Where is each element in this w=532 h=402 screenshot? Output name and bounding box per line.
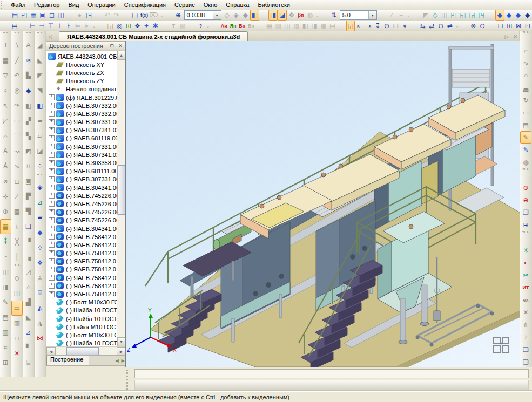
assembly-op-icon[interactable]: ◫ [283, 21, 292, 31]
expand-icon[interactable] [49, 275, 55, 281]
tool-icon[interactable]: □ [11, 331, 23, 346]
tool-icon[interactable]: ∖ [11, 38, 23, 53]
tool-icon[interactable]: ◢ [35, 38, 46, 53]
tool-icon[interactable]: ▜ [23, 204, 35, 219]
mate-coincident-icon[interactable]: ⊢ [28, 21, 37, 31]
expand-icon[interactable] [49, 144, 55, 149]
move-component-icon[interactable]: ⇤ [355, 21, 364, 31]
tree-item[interactable]: (-) ЯАЕВ.745226.009 Кро [48, 192, 117, 200]
expand-icon[interactable] [49, 160, 55, 166]
tool-icon[interactable]: ▱ [35, 128, 46, 144]
library-manager-icon[interactable]: ⊞ [124, 21, 133, 31]
assembly-op-icon[interactable]: ▤ [328, 21, 337, 31]
orbit-view-icon[interactable]: ✥ [287, 10, 296, 21]
tree-item[interactable]: (-) ЯАЕВ.307332.002 СБ В [48, 110, 117, 118]
tool-icon[interactable]: ▟ [23, 295, 35, 310]
tree-item[interactable]: (-) ЯАЕВ.758412.017 Гайк [48, 274, 117, 282]
model-tree-toggle-icon[interactable]: ▤ [10, 21, 19, 31]
orientation-left-icon[interactable]: ◲ [467, 10, 476, 21]
tool-icon[interactable]: ⊹ [0, 189, 11, 204]
shaded-edges-view-icon[interactable]: ◨ [268, 10, 278, 21]
menu-item[interactable]: Спецификация [120, 1, 170, 9]
place-component-icon[interactable]: ◱ [346, 21, 355, 31]
tree-item[interactable]: (-) Болт М10х30 ГОСТ 779 [48, 298, 117, 306]
dimension-step-combo[interactable]: 5.0 ▾ [340, 10, 377, 20]
standard-parts-icon[interactable]: ✦ [142, 21, 151, 31]
rotate-component-icon[interactable]: ⇥ [364, 21, 373, 31]
tree-item[interactable]: (-) ЯАЕВ.681111.001 СБ Г [48, 167, 117, 175]
tool-icon[interactable]: ❖ [35, 255, 46, 270]
menu-item[interactable]: Окно [199, 1, 222, 9]
more-icon[interactable]: ⌄ [91, 21, 97, 31]
tab-scroll-left-icon[interactable]: ◀ [114, 356, 120, 365]
section-surface-icon[interactable]: ◩ [421, 10, 430, 21]
orientation-top-icon[interactable]: ◰ [449, 10, 458, 21]
tool-icon[interactable]: ◐ [520, 256, 531, 269]
assembly-op-icon[interactable]: ▦ [265, 21, 274, 31]
tool-icon[interactable] [522, 231, 529, 244]
tree-vertical-scrollbar[interactable]: ▲ ▼ [117, 51, 125, 346]
tool-icon[interactable]: ▤ [0, 310, 11, 325]
new-document-icon[interactable]: ▤ [10, 10, 19, 21]
tree-item[interactable]: (-) Шайба 10 ГОСТ 11371 [48, 315, 117, 323]
tree-item[interactable]: ЯАЕВ.443243.001 СБ Машина [48, 52, 117, 60]
toolbar-icon[interactable] [409, 21, 419, 31]
tool-icon[interactable]: ◨ [0, 280, 11, 295]
tool-icon[interactable]: ◔ [0, 249, 11, 264]
tool-icon[interactable]: ◣ [23, 310, 35, 325]
tool-icon[interactable] [522, 168, 529, 181]
expand-icon[interactable] [49, 176, 55, 182]
tool-icon[interactable]: ✎ [520, 131, 531, 144]
tool-icon[interactable]: ▙ [23, 68, 35, 83]
scroll-up-icon[interactable]: ▲ [117, 51, 125, 60]
hidden-lines-view-icon[interactable]: ◈ [232, 10, 241, 21]
tool-icon[interactable]: ◻ [11, 174, 23, 189]
axis-component-icon[interactable]: ⊙ [382, 21, 392, 31]
stamp-icon[interactable]: ● [75, 10, 84, 21]
tool-icon[interactable]: ↖ [0, 98, 11, 113]
tree-item[interactable]: (-) ЯАЕВ.307341.023 СБ В [48, 126, 117, 134]
menu-item[interactable]: Справка [221, 1, 253, 9]
tool-icon[interactable]: ◭ [35, 301, 46, 316]
tree-item[interactable]: (-) Болт М10х30 ГОСТ 779 [48, 331, 117, 339]
view-isometry-zxy-icon[interactable]: ◆ [514, 10, 523, 21]
plate3-icon[interactable]: ⊠ [514, 21, 523, 31]
toolbar-icon[interactable] [187, 21, 196, 31]
tree-item[interactable]: Плоскость ZX [48, 69, 117, 77]
tool-icon[interactable] [2, 32, 9, 38]
tool-icon[interactable]: ♄ [11, 219, 23, 234]
tool-icon[interactable]: ◇ [11, 270, 23, 285]
tool-icon[interactable]: ▭ [11, 301, 23, 316]
tool-icon[interactable]: ╳ [11, 234, 23, 249]
tree-item[interactable]: (-) ЯАЕВ.758412.017 Гайк [48, 290, 117, 298]
scroll-track[interactable] [117, 60, 125, 337]
tree-item[interactable]: (-) ЯАЕВ.758412.016 Гайк [48, 233, 117, 241]
tool-icon[interactable]: ✳ [520, 244, 531, 256]
tool-icon[interactable]: ◛ [520, 81, 531, 94]
tool-icon[interactable]: ▽ [0, 68, 11, 83]
expand-icon[interactable] [49, 242, 55, 248]
tool-icon[interactable]: ▦ [0, 219, 11, 234]
yap-mode-icon[interactable]: Яп [228, 21, 238, 31]
tool-icon[interactable]: ≋ [23, 53, 35, 68]
tool-icon[interactable]: ◫ [0, 264, 11, 280]
toolbar-icon[interactable] [97, 21, 106, 31]
assembly-op-icon[interactable]: ◨ [310, 21, 319, 31]
expand-icon[interactable] [49, 185, 55, 190]
more-icon[interactable]: ⌄ [315, 10, 320, 21]
tool-icon[interactable]: A [23, 38, 35, 53]
page-preview-icon[interactable]: ◳ [84, 10, 93, 21]
fx-icon[interactable]: f(x) [139, 10, 149, 21]
tool-icon[interactable]: ○ [520, 69, 531, 81]
expand-icon[interactable] [49, 111, 55, 117]
tree-item[interactable]: Плоскость ZY [48, 77, 117, 85]
zoom-tool-icon[interactable]: ⊕ [174, 10, 183, 21]
toolbar-icon[interactable] [93, 10, 103, 21]
tool-icon[interactable]: ▘ [23, 340, 35, 355]
dimension-step-value[interactable]: 5.0 [340, 12, 368, 18]
tree-item[interactable]: (-) ЯАЕВ.303358.001 СБ Г [48, 159, 117, 167]
toolbar-icon[interactable] [320, 10, 329, 21]
expand-icon[interactable] [49, 267, 55, 272]
expand-icon[interactable] [49, 291, 55, 297]
hatch-disabled-icon[interactable]: ▧ [178, 21, 187, 31]
